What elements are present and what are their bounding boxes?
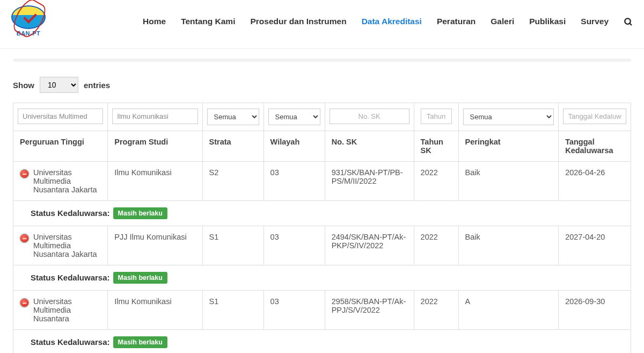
- cell-no-sk: 931/SK/BAN-PT/PB-PS/M/II/2022: [325, 162, 414, 201]
- filter-tahun[interactable]: [421, 109, 452, 124]
- cell-no-sk: 2494/SK/BAN-PT/Ak-PKP/S/IV/2022: [325, 226, 414, 265]
- cell-peringkat: Baik: [458, 162, 559, 201]
- filter-no-sk[interactable]: [330, 109, 409, 124]
- filter-program-studi[interactable]: [112, 109, 197, 124]
- nav-prosedur[interactable]: Prosedur dan Instrumen: [250, 17, 346, 26]
- cell-perguruan-tinggi: Universitas Multimedia Nusantara Jakarta: [33, 233, 101, 258]
- cell-wilayah: 03: [264, 291, 325, 330]
- cell-perguruan-tinggi: Universitas Multimedia Nusantara: [33, 297, 101, 323]
- page-content: Show 10 entries Semua Semua Semua Pergur…: [0, 59, 644, 353]
- divider: [13, 59, 631, 62]
- collapse-icon[interactable]: −: [20, 298, 29, 307]
- header-row: Perguruan Tinggi Program Studi Strata Wi…: [13, 131, 631, 162]
- show-label-pre: Show: [13, 81, 34, 90]
- col-wilayah[interactable]: Wilayah: [264, 131, 325, 162]
- table-row: −Universitas Multimedia Nusantara Jakart…: [13, 226, 631, 265]
- col-perguruan-tinggi[interactable]: Perguruan Tinggi: [13, 131, 108, 162]
- nav-survey[interactable]: Survey: [581, 17, 609, 26]
- cell-wilayah: 03: [264, 162, 325, 201]
- cell-strata: S1: [202, 226, 264, 265]
- show-label-post: entries: [84, 81, 110, 90]
- col-tahun-sk[interactable]: Tahun SK: [414, 131, 458, 162]
- nav-data-akreditasi[interactable]: Data Akreditasi: [362, 17, 422, 26]
- status-label: Status Kedaluwarsa:: [31, 273, 110, 282]
- status-badge: Masih berlaku: [113, 207, 167, 219]
- status-label: Status Kedaluwarsa:: [31, 337, 110, 347]
- cell-peringkat: A: [458, 291, 559, 330]
- status-label: Status Kedaluwarsa:: [31, 208, 110, 218]
- nav-publikasi[interactable]: Publikasi: [529, 17, 566, 26]
- cell-program-studi: PJJ Ilmu Komunikasi: [108, 226, 202, 265]
- cell-peringkat: Baik: [458, 226, 559, 265]
- collapse-icon[interactable]: −: [20, 234, 29, 243]
- status-row: Status Kedaluwarsa:Masih berlaku: [13, 265, 631, 291]
- collapse-icon[interactable]: −: [20, 169, 29, 178]
- filter-strata[interactable]: Semua: [207, 109, 259, 125]
- status-row: Status Kedaluwarsa:Masih berlaku: [13, 201, 631, 226]
- nav-home[interactable]: Home: [143, 17, 166, 26]
- entries-select[interactable]: 10: [40, 77, 78, 93]
- main-nav: Home Tentang Kami Prosedur dan Instrumen…: [143, 17, 639, 26]
- cell-no-sk: 2958/SK/BAN-PT/Ak-PPJ/S/V/2022: [325, 291, 414, 330]
- nav-tentang-kami[interactable]: Tentang Kami: [181, 17, 235, 26]
- svg-line-1: [630, 23, 632, 25]
- cell-wilayah: 03: [264, 226, 325, 265]
- col-strata[interactable]: Strata: [202, 131, 264, 162]
- cell-strata: S1: [202, 291, 264, 330]
- cell-tahun-sk: 2022: [414, 226, 458, 265]
- logo[interactable]: BAN-PT: [10, 5, 47, 38]
- filter-row: Semua Semua Semua: [13, 103, 631, 131]
- table-row: −Universitas Multimedia NusantaraIlmu Ko…: [13, 291, 631, 330]
- site-header: BAN-PT Home Tentang Kami Prosedur dan In…: [0, 0, 644, 49]
- cell-strata: S2: [202, 162, 264, 201]
- filter-perguruan-tinggi[interactable]: [18, 109, 103, 124]
- status-row: Status Kedaluwarsa:Masih berlaku: [13, 330, 631, 354]
- filter-tanggal[interactable]: [563, 109, 626, 124]
- cell-tanggal: 2027-04-20: [559, 226, 631, 265]
- svg-point-0: [625, 18, 631, 24]
- col-no-sk[interactable]: No. SK: [325, 131, 414, 162]
- search-icon[interactable]: [624, 17, 632, 26]
- nav-galeri[interactable]: Galeri: [491, 17, 514, 26]
- akreditasi-table: Semua Semua Semua Perguruan Tinggi Progr…: [13, 103, 631, 353]
- status-badge: Masih berlaku: [113, 272, 167, 284]
- cell-program-studi: Ilmu Komunikasi: [108, 291, 202, 330]
- col-peringkat[interactable]: Peringkat: [458, 131, 559, 162]
- status-badge: Masih berlaku: [113, 336, 167, 348]
- logo-icon: [11, 5, 46, 29]
- nav-peraturan[interactable]: Peraturan: [437, 17, 475, 26]
- cell-tanggal: 2026-04-26: [559, 162, 631, 201]
- col-tanggal-kedaluwarsa[interactable]: Tanggal Kedaluwarsa: [559, 131, 631, 162]
- cell-perguruan-tinggi: Universitas Multimedia Nusantara Jakarta: [33, 168, 101, 194]
- cell-tahun-sk: 2022: [414, 162, 458, 201]
- cell-tahun-sk: 2022: [414, 291, 458, 330]
- cell-tanggal: 2026-09-30: [559, 291, 631, 330]
- entries-control: Show 10 entries: [13, 77, 631, 93]
- col-program-studi[interactable]: Program Studi: [108, 131, 202, 162]
- table-row: −Universitas Multimedia Nusantara Jakart…: [13, 162, 631, 201]
- filter-wilayah[interactable]: Semua: [268, 109, 320, 125]
- cell-program-studi: Ilmu Komunikasi: [108, 162, 202, 201]
- filter-peringkat[interactable]: Semua: [463, 109, 554, 125]
